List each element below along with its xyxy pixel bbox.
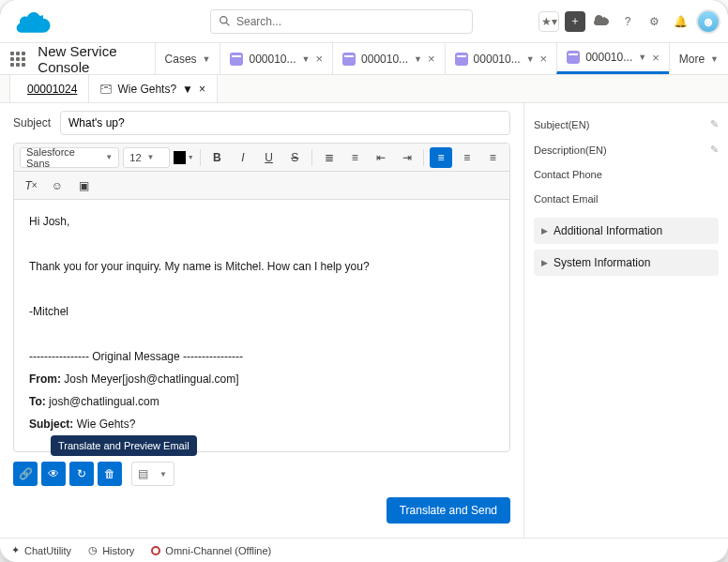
clock-icon: ◷: [88, 544, 98, 556]
subj-value: Wie Gehts?: [73, 418, 135, 431]
font-size-select[interactable]: 12▼: [123, 147, 169, 168]
utility-history[interactable]: ◷History: [88, 544, 134, 556]
app-name: New Service Console: [28, 43, 154, 74]
nav-more[interactable]: More▼: [669, 43, 728, 74]
close-tab-icon[interactable]: ×: [428, 52, 435, 66]
app-launcher-icon[interactable]: [8, 43, 28, 74]
field-contact-email: Contact Email: [534, 193, 719, 205]
divider: [200, 149, 201, 166]
more-label: More: [679, 53, 705, 66]
chevron-down-icon: ▼: [710, 54, 719, 64]
subject-input[interactable]: [60, 111, 510, 135]
setup-gear-icon[interactable]: ⚙: [644, 11, 664, 32]
section-additional-info[interactable]: ▶Additional Information: [534, 218, 719, 244]
utility-omni[interactable]: Omni-Channel (Offline): [151, 545, 271, 556]
bold-button[interactable]: B: [206, 147, 229, 168]
notifications-bell-icon[interactable]: 🔔: [670, 11, 690, 32]
sub-tab-email[interactable]: Wie Gehts?▼×: [89, 75, 218, 102]
nav-tab-2[interactable]: 000010...▼×: [445, 43, 557, 74]
nav-tab-1[interactable]: 000010...▼×: [332, 43, 445, 74]
field-contact-phone: Contact Phone: [534, 169, 719, 180]
remove-format-button[interactable]: T×: [20, 175, 42, 196]
chevron-down-icon[interactable]: ▼: [302, 54, 311, 64]
number-list-button[interactable]: ≡: [344, 147, 367, 168]
attach-link-button[interactable]: 🔗: [13, 462, 38, 486]
nav-tab-0[interactable]: 000010...▼×: [220, 43, 332, 74]
translate-send-button[interactable]: Translate and Send: [387, 497, 510, 524]
chevron-down-icon[interactable]: ▼: [526, 54, 535, 64]
template-menu[interactable]: ▤▼: [131, 462, 174, 486]
user-avatar[interactable]: ☻: [696, 9, 720, 34]
bullet-list-button[interactable]: ≣: [318, 147, 341, 168]
chevron-down-icon[interactable]: ▼: [638, 53, 646, 62]
body-line: ---------------- Original Message ------…: [29, 348, 494, 365]
chevron-down-icon[interactable]: ▼: [182, 83, 193, 96]
outdent-button[interactable]: ⇤: [370, 147, 392, 168]
indent-button[interactable]: ⇥: [396, 147, 418, 168]
tab-label: 000010...: [585, 51, 632, 64]
section-system-info[interactable]: ▶System Information: [534, 250, 719, 276]
utility-bar: ✦ChatUtility ◷History Omni-Channel (Offl…: [0, 538, 728, 562]
field-desc-en: Description(EN)✎: [534, 144, 719, 156]
close-tab-icon[interactable]: ×: [540, 52, 548, 66]
chevron-right-icon: ▶: [541, 226, 548, 235]
section-label: System Information: [554, 256, 650, 269]
nav-tab-3[interactable]: 000010...▼×: [556, 43, 669, 74]
chevron-down-icon[interactable]: ▼: [414, 54, 422, 64]
help-icon[interactable]: ?: [617, 11, 638, 32]
nav-cases[interactable]: Cases▼: [155, 43, 220, 74]
global-add-icon[interactable]: ＋: [565, 11, 585, 32]
chevron-down-icon: ▼: [105, 153, 113, 161]
underline-button[interactable]: U: [258, 147, 281, 168]
case-number-link[interactable]: 00001024: [27, 83, 77, 96]
color-swatch: [174, 151, 186, 164]
section-label: Additional Information: [554, 224, 662, 237]
email-composer-panel: Subject Salesforce Sans▼ 12▼ ▼ B I U S ≣…: [0, 103, 523, 538]
subj-label: Subject:: [29, 418, 73, 431]
to-value: josh@chatlingual.com: [46, 395, 159, 408]
edit-pencil-icon[interactable]: ✎: [710, 118, 719, 130]
favorites-icon[interactable]: ★▾: [538, 11, 559, 32]
sub-tab-case[interactable]: 00001024: [9, 75, 89, 102]
translate-preview-button[interactable]: ↻: [69, 462, 94, 486]
search-icon: [219, 15, 231, 27]
font-family-select[interactable]: Salesforce Sans▼: [20, 147, 119, 168]
divider: [423, 149, 424, 166]
delete-button[interactable]: 🗑: [98, 462, 122, 486]
close-tab-icon[interactable]: ×: [652, 51, 660, 65]
tab-label: 000010...: [249, 53, 296, 66]
bolt-icon: ✦: [11, 544, 20, 556]
email-body[interactable]: Hi Josh, Thank you for your inquiry. My …: [14, 200, 509, 451]
utility-chat[interactable]: ✦ChatUtility: [11, 544, 71, 556]
align-right-button[interactable]: ≡: [481, 147, 504, 168]
from-value: Josh Meyer[josh@chatlingual.com]: [61, 372, 239, 386]
chevron-down-icon[interactable]: ▼: [203, 54, 211, 64]
salesforce-help-icon[interactable]: [591, 11, 612, 32]
body-line: From: Josh Meyer[josh@chatlingual.com]: [29, 371, 494, 387]
utility-label: Omni-Channel (Offline): [165, 545, 271, 556]
emoji-button[interactable]: ☺: [46, 175, 68, 196]
case-icon: [342, 53, 356, 66]
align-center-button[interactable]: ≡: [456, 147, 478, 168]
field-subject-en: Subject(EN)✎: [534, 118, 719, 130]
image-button[interactable]: ▣: [72, 175, 95, 196]
global-search[interactable]: Search...: [210, 9, 473, 34]
align-left-button[interactable]: ≡: [430, 147, 452, 168]
close-tab-icon[interactable]: ×: [315, 52, 323, 66]
close-tab-icon[interactable]: ×: [199, 83, 205, 96]
field-label: Contact Email: [534, 193, 598, 205]
edit-pencil-icon[interactable]: ✎: [710, 144, 719, 156]
status-offline-icon: [151, 546, 160, 555]
preview-button[interactable]: 👁: [41, 462, 66, 486]
to-label: To:: [29, 395, 46, 408]
font-family-value: Salesforce Sans: [26, 146, 99, 169]
italic-button[interactable]: I: [232, 147, 254, 168]
search-placeholder: Search...: [236, 15, 281, 28]
editor-toolbar: Salesforce Sans▼ 12▼ ▼ B I U S ≣ ≡ ⇤ ⇥ ≡…: [14, 144, 509, 172]
body-line: -Mitchel: [29, 303, 494, 320]
text-color-picker[interactable]: ▼: [174, 147, 194, 168]
strike-button[interactable]: S: [283, 147, 306, 168]
svg-point-0: [220, 17, 227, 23]
case-icon: [230, 53, 243, 66]
subject-label: Subject: [13, 116, 51, 129]
